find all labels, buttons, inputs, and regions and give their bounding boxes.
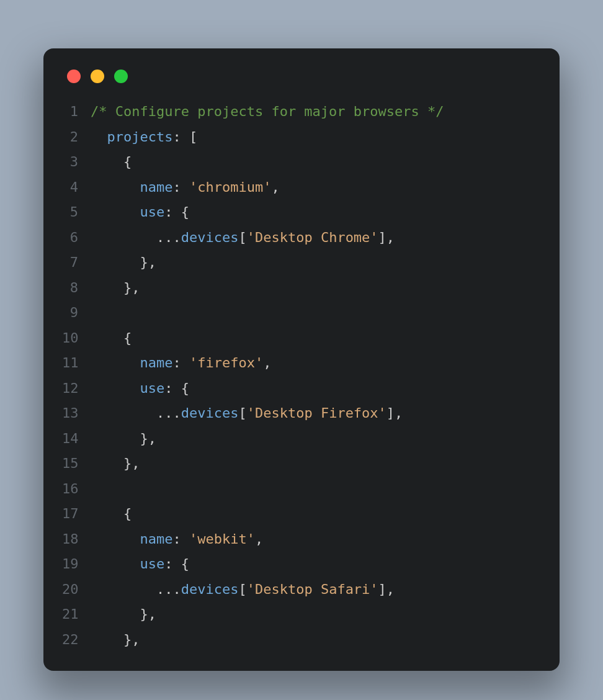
line-content: name: 'webkit', [91,527,263,552]
code-line: 14 }, [62,426,541,452]
code-line: 18 name: 'webkit', [62,527,541,552]
token-punc: }, [123,280,140,295]
token-punc: [ [238,405,246,421]
line-number: 4 [62,175,91,200]
code-line: 15 }, [62,451,541,477]
token-key: use [140,556,164,572]
line-content: }, [91,602,156,627]
token-punc: : [172,179,189,195]
token-key: name [140,355,172,370]
token-comment: /* Configure projects for major browsers… [91,104,444,119]
token-punc: }, [140,431,156,446]
token-punc: : { [164,556,189,572]
code-line: 17 { [62,501,541,527]
token-punc: { [123,330,132,346]
maximize-icon[interactable] [114,70,128,83]
minimize-icon[interactable] [91,70,104,83]
line-content: }, [91,250,156,276]
code-line: 19 use: { [62,552,541,577]
line-content: use: { [91,200,189,225]
line-number: 10 [62,326,91,351]
line-content: ...devices['Desktop Chrome'], [91,225,395,251]
token-str: 'Desktop Firefox' [247,405,386,421]
code-line: 12 use: { [62,376,541,402]
token-punc: : [172,531,189,547]
token-str: 'Desktop Chrome' [247,230,378,245]
line-number: 14 [62,426,91,452]
token-punc: : [172,355,189,370]
editor-window: 1/* Configure projects for major browser… [43,48,560,671]
token-key: use [140,204,164,220]
code-line: 11 name: 'firefox', [62,351,541,376]
code-line: 7 }, [62,250,541,276]
line-number: 21 [62,602,91,627]
code-line: 8 }, [62,276,541,301]
close-icon[interactable] [67,70,81,83]
code-line: 20 ...devices['Desktop Safari'], [62,577,541,603]
titlebar [62,66,541,99]
token-ident: devices [181,230,239,245]
line-number: 7 [62,250,91,276]
line-number: 17 [62,501,91,527]
line-content [91,477,99,502]
token-str: 'firefox' [189,355,263,370]
line-number: 12 [62,376,91,402]
token-punc: , [271,179,279,195]
line-content: ...devices['Desktop Firefox'], [91,401,403,426]
line-number: 13 [62,401,91,426]
token-punc: : [ [172,129,197,145]
token-punc: }, [123,455,140,471]
line-content: { [91,150,132,175]
token-str: 'chromium' [189,179,271,195]
token-punc: }, [123,632,140,647]
code-line: 3 { [62,150,541,175]
token-punc: }, [140,606,156,622]
token-punc: [ [238,230,246,245]
token-key: use [140,380,164,396]
token-ident: devices [181,581,239,597]
line-content: }, [91,276,140,301]
line-number: 1 [62,99,91,125]
line-number: 11 [62,351,91,376]
code-line: 6 ...devices['Desktop Chrome'], [62,225,541,251]
token-punc: , [263,355,271,370]
line-content: }, [91,451,140,477]
line-number: 5 [62,200,91,225]
line-content: name: 'chromium', [91,175,280,200]
token-punc: ], [378,581,395,597]
token-punc: ], [378,230,395,245]
line-number: 3 [62,150,91,175]
line-number: 8 [62,276,91,301]
line-content: ...devices['Desktop Safari'], [91,577,395,603]
code-line: 16 [62,477,541,502]
token-punc: [ [238,581,246,597]
token-punc: { [123,154,132,169]
code-line: 2 projects: [ [62,125,541,150]
line-number: 6 [62,225,91,251]
token-ident: devices [181,405,239,421]
token-str: 'webkit' [189,531,255,547]
line-number: 15 [62,451,91,477]
line-content: use: { [91,376,189,402]
code-line: 13 ...devices['Desktop Firefox'], [62,401,541,426]
line-content: }, [91,627,140,653]
code-line: 5 use: { [62,200,541,225]
line-content: }, [91,426,156,452]
token-key: projects [107,129,173,145]
code-line: 1/* Configure projects for major browser… [62,99,541,125]
line-number: 19 [62,552,91,577]
line-number: 20 [62,577,91,603]
code-line: 9 [62,300,541,326]
line-number: 2 [62,125,91,150]
token-key: name [140,531,172,547]
line-content: projects: [ [91,125,197,150]
token-key: name [140,179,172,195]
code-line: 4 name: 'chromium', [62,175,541,200]
line-number: 16 [62,477,91,502]
line-number: 18 [62,527,91,552]
line-content: /* Configure projects for major browsers… [91,99,444,125]
token-punc: ... [156,230,181,245]
line-content: { [91,326,132,351]
code-block: 1/* Configure projects for major browser… [62,99,541,652]
token-punc: { [123,506,132,521]
